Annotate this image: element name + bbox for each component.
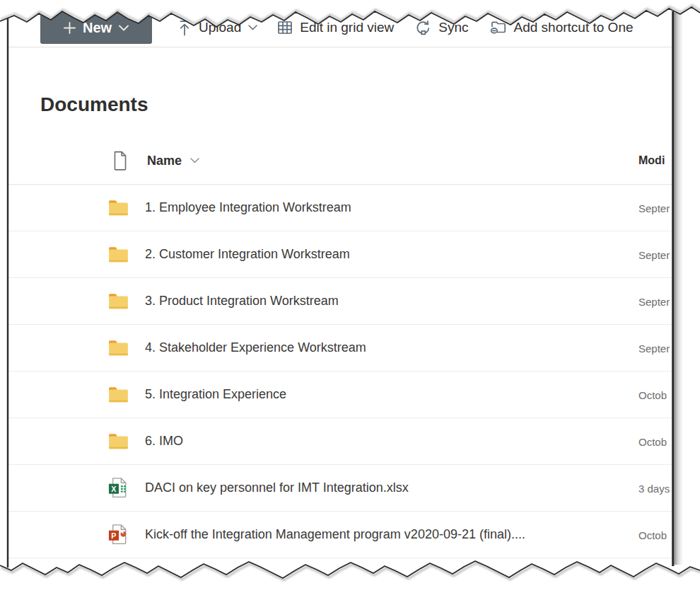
svg-text:X: X xyxy=(111,485,116,493)
modified-date: Septer xyxy=(638,295,670,307)
edit-in-grid-view-label: Edit in grid view xyxy=(300,20,394,35)
modified-column-header[interactable]: Modi xyxy=(638,154,665,167)
file-name-link[interactable]: 5. Integration Experience xyxy=(145,387,286,402)
add-shortcut-icon xyxy=(490,20,507,35)
file-name-link[interactable]: DACI on key personnel for IMT Integratio… xyxy=(145,480,409,495)
table-row[interactable]: 6. IMO Octob xyxy=(8,418,672,465)
modified-date: Septer xyxy=(638,342,670,354)
chevron-down-icon xyxy=(248,25,257,30)
sync-button[interactable]: Sync xyxy=(415,20,468,36)
file-name-link[interactable]: 2. Customer Integration Workstream xyxy=(145,247,350,262)
file-type-column-header xyxy=(108,151,132,171)
file-name-link[interactable]: 1. Employee Integration Workstream xyxy=(145,200,351,215)
plus-icon xyxy=(64,22,76,34)
modified-date: Octob xyxy=(638,529,667,541)
file-name-link[interactable]: Kick-off the Integration Management prog… xyxy=(145,527,525,542)
file-name-link[interactable]: 4. Stakeholder Experience Workstream xyxy=(145,340,366,355)
grid-view-icon xyxy=(277,20,293,35)
powerpoint-file-icon: P xyxy=(105,524,131,546)
edit-in-grid-view-button[interactable]: Edit in grid view xyxy=(277,20,394,35)
command-bar: New Upload Edit in grid vie xyxy=(8,0,672,47)
folder-icon xyxy=(105,432,131,451)
name-column-header[interactable]: Name xyxy=(147,154,199,168)
folder-icon xyxy=(105,338,131,357)
modified-date: Septer xyxy=(638,202,670,214)
table-header-row: Name Modi xyxy=(8,137,672,185)
chevron-down-icon xyxy=(119,25,129,31)
table-row[interactable]: P Kick-off the Integration Management pr… xyxy=(8,512,672,558)
page-right-shadow xyxy=(675,13,684,565)
excel-file-icon: X xyxy=(105,477,131,499)
document-icon xyxy=(112,151,128,171)
folder-icon xyxy=(105,245,131,264)
table-row[interactable]: 2. Customer Integration Workstream Septe… xyxy=(8,231,672,278)
sync-icon xyxy=(415,20,431,36)
file-table: Name Modi 1. Employee Integration Works xyxy=(8,137,672,558)
table-row[interactable]: 1. Employee Integration Workstream Septe… xyxy=(8,185,672,231)
modified-date: Octob xyxy=(638,435,667,447)
upload-icon xyxy=(177,20,192,36)
upload-button-label: Upload xyxy=(199,20,241,35)
file-name-link[interactable]: 6. IMO xyxy=(145,434,183,449)
modified-date: Septer xyxy=(638,248,670,260)
folder-icon xyxy=(105,292,131,311)
new-button[interactable]: New xyxy=(40,11,152,44)
new-button-label: New xyxy=(83,20,112,36)
document-library-screenshot: New Upload Edit in grid vie xyxy=(0,0,700,593)
table-row[interactable]: 4. Stakeholder Experience Workstream Sep… xyxy=(8,325,672,372)
sync-button-label: Sync xyxy=(438,20,468,35)
folder-icon xyxy=(105,385,131,404)
modified-date: Octob xyxy=(638,388,667,401)
svg-text:P: P xyxy=(111,531,116,540)
chevron-down-icon xyxy=(190,158,199,163)
table-row[interactable]: 5. Integration Experience Octob xyxy=(8,372,672,418)
page-title: Documents xyxy=(40,93,672,116)
name-column-label: Name xyxy=(147,154,182,168)
file-name-link[interactable]: 3. Product Integration Workstream xyxy=(145,294,339,309)
add-shortcut-label: Add shortcut to One xyxy=(514,20,634,35)
modified-date: 3 days xyxy=(638,482,670,494)
folder-icon xyxy=(105,198,131,217)
table-row[interactable]: X DACI on key personnel for IMT Integrat… xyxy=(8,465,672,512)
table-row[interactable]: 3. Product Integration Workstream Septer xyxy=(8,278,672,325)
add-shortcut-button[interactable]: Add shortcut to One xyxy=(490,20,634,35)
upload-button[interactable]: Upload xyxy=(177,20,257,36)
